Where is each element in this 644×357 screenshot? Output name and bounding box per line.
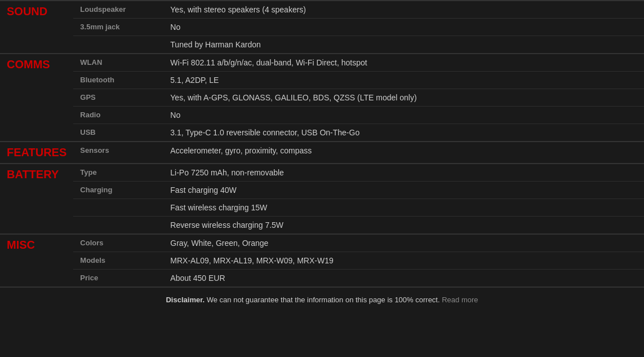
row-reverse-wireless: Reverse wireless charging 7.5W <box>0 217 644 235</box>
disclaimer-cell: Disclaimer. We can not guarantee that th… <box>0 287 644 312</box>
label-charging: Charging <box>73 182 163 199</box>
label-wlan: WLAN <box>73 54 163 72</box>
label-loudspeaker: Loudspeaker <box>73 1 163 19</box>
category-battery: BATTERY <box>0 164 73 234</box>
value-usb: 3.1, Type-C 1.0 reversible connector, US… <box>163 124 644 142</box>
value-reverse-wireless: Reverse wireless charging 7.5W <box>163 217 644 235</box>
category-features: FEATURES <box>0 142 73 164</box>
value-harman: Tuned by Harman Kardon <box>163 36 644 54</box>
section-sound: SOUND Loudspeaker Yes, with stereo speak… <box>0 1 644 19</box>
row-harman: Tuned by Harman Kardon <box>0 36 644 54</box>
section-battery: BATTERY Type Li-Po 7250 mAh, non-removab… <box>0 164 644 182</box>
label-gps: GPS <box>73 89 163 107</box>
disclaimer-row: Disclaimer. We can not guarantee that th… <box>0 287 644 312</box>
value-gps: Yes, with A-GPS, GLONASS, GALILEO, BDS, … <box>163 89 644 107</box>
category-misc: MISC <box>0 234 73 287</box>
value-radio: No <box>163 107 644 124</box>
section-misc: MISC Colors Gray, White, Green, Orange <box>0 234 644 252</box>
label-usb: USB <box>73 124 163 142</box>
value-sensors: Accelerometer, gyro, proximity, compass <box>163 142 644 164</box>
label-models: Models <box>73 252 163 270</box>
label-radio: Radio <box>73 107 163 124</box>
row-radio: Radio No <box>0 107 644 124</box>
value-battery-type: Li-Po 7250 mAh, non-removable <box>163 164 644 182</box>
value-wlan: Wi-Fi 802.11 a/b/g/n/ac, dual-band, Wi-F… <box>163 54 644 72</box>
section-features: FEATURES Sensors Accelerometer, gyro, pr… <box>0 142 644 164</box>
value-price: About 450 EUR <box>163 270 644 288</box>
read-more-link[interactable]: Read more <box>442 296 478 304</box>
label-reverse-wireless <box>73 217 163 235</box>
spec-table: SOUND Loudspeaker Yes, with stereo speak… <box>0 0 644 312</box>
label-harman <box>73 36 163 54</box>
disclaimer-bold: Disclaimer. <box>166 296 205 304</box>
label-wireless-charging <box>73 199 163 217</box>
value-charging: Fast charging 40W <box>163 182 644 199</box>
label-colors: Colors <box>73 234 163 252</box>
label-bluetooth: Bluetooth <box>73 72 163 89</box>
category-sound: SOUND <box>0 1 73 54</box>
value-models: MRX-AL09, MRX-AL19, MRX-W09, MRX-W19 <box>163 252 644 270</box>
value-bluetooth: 5.1, A2DP, LE <box>163 72 644 89</box>
label-sensors: Sensors <box>73 142 163 164</box>
label-price: Price <box>73 270 163 288</box>
category-comms: COMMS <box>0 54 73 142</box>
row-models: Models MRX-AL09, MRX-AL19, MRX-W09, MRX-… <box>0 252 644 270</box>
row-price: Price About 450 EUR <box>0 270 644 288</box>
value-wireless-charging: Fast wireless charging 15W <box>163 199 644 217</box>
disclaimer-text: We can not guarantee that the informatio… <box>205 296 439 304</box>
section-comms: COMMS WLAN Wi-Fi 802.11 a/b/g/n/ac, dual… <box>0 54 644 72</box>
row-wireless-charging: Fast wireless charging 15W <box>0 199 644 217</box>
label-battery-type: Type <box>73 164 163 182</box>
value-3.5mm-jack: No <box>163 19 644 36</box>
value-colors: Gray, White, Green, Orange <box>163 234 644 252</box>
row-3.5mm-jack: 3.5mm jack No <box>0 19 644 36</box>
value-loudspeaker: Yes, with stereo speakers (4 speakers) <box>163 1 644 19</box>
label-3.5mm-jack: 3.5mm jack <box>73 19 163 36</box>
row-usb: USB 3.1, Type-C 1.0 reversible connector… <box>0 124 644 142</box>
row-bluetooth: Bluetooth 5.1, A2DP, LE <box>0 72 644 89</box>
row-charging: Charging Fast charging 40W <box>0 182 644 199</box>
row-gps: GPS Yes, with A-GPS, GLONASS, GALILEO, B… <box>0 89 644 107</box>
